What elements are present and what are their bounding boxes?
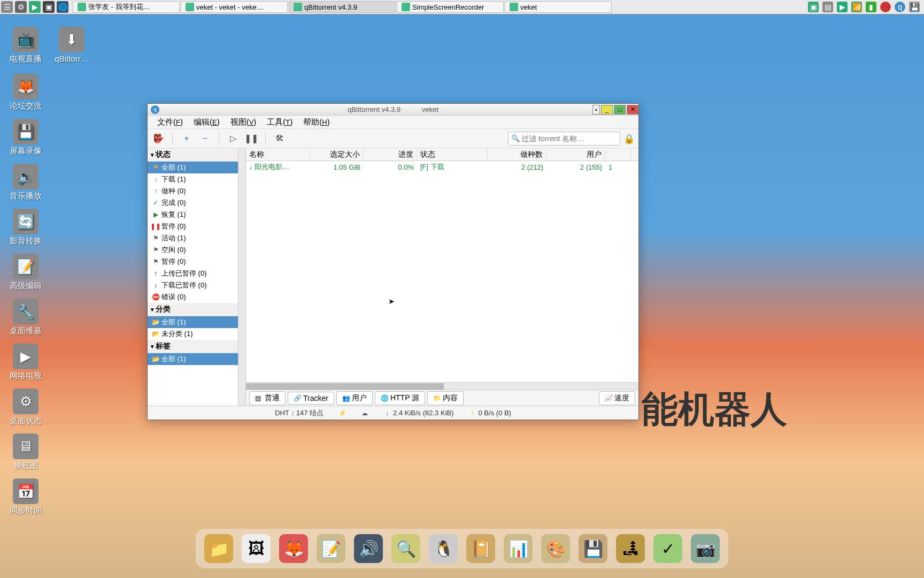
dock-notes-icon[interactable]: 📝 bbox=[317, 534, 345, 563]
network-icon[interactable]: 📶 bbox=[851, 2, 862, 12]
qb-tray-icon[interactable]: q bbox=[895, 2, 905, 12]
menu-icon[interactable]: ☰ bbox=[1, 1, 13, 13]
column-header[interactable]: 状态 bbox=[417, 148, 488, 161]
up-speed: 0 B/s (0 B) bbox=[479, 409, 511, 417]
column-header[interactable]: 选定大小 bbox=[310, 148, 364, 161]
desktop-switcher-icon[interactable]: ▣ bbox=[808, 2, 819, 12]
dock-volume-icon[interactable]: 🔊 bbox=[354, 534, 383, 563]
sidebar-item[interactable]: ⚑暂停 (0) bbox=[148, 256, 238, 268]
dock-camera-icon[interactable]: 📷 bbox=[691, 534, 720, 563]
sidebar-header[interactable]: 状态 bbox=[148, 148, 238, 162]
taskbar-task[interactable]: veket - veket - veke… bbox=[181, 1, 288, 13]
dock-sheets-icon[interactable]: 📊 bbox=[504, 534, 533, 563]
menu-工具(T)[interactable]: 工具(T) bbox=[261, 117, 298, 127]
dock-tux-icon[interactable]: 🐧 bbox=[429, 534, 458, 563]
terminal-icon[interactable]: ▣ bbox=[43, 1, 55, 13]
window-title: qBittorrent v4.3.9 bbox=[348, 105, 401, 113]
tab-speed[interactable]: 📈速度 bbox=[599, 391, 635, 405]
filter-input[interactable] bbox=[508, 132, 620, 146]
desktop-icon-电视直播[interactable]: 📺电视直播 bbox=[5, 27, 46, 64]
desktop-icon-高级编辑[interactable]: 📝高级编辑 bbox=[5, 254, 46, 291]
column-header[interactable]: 进度 bbox=[364, 148, 417, 161]
sidebar-item[interactable]: ⚑全部 (1) bbox=[148, 162, 238, 173]
media-icon[interactable]: ▶ bbox=[837, 2, 848, 12]
remove-torrent-button[interactable]: − bbox=[198, 132, 211, 145]
desktop-icon-影音转换[interactable]: 🔄影音转换 bbox=[5, 209, 46, 246]
sidebar-item[interactable]: ↑做种 (0) bbox=[148, 185, 238, 197]
start-button[interactable]: ▷ bbox=[227, 132, 240, 145]
taskbar-task[interactable]: 张学友 - 我等到花… bbox=[73, 1, 180, 13]
dock-files-icon[interactable]: 📁 bbox=[204, 534, 233, 563]
dock-usb-icon[interactable]: 💾 bbox=[579, 534, 607, 563]
sidebar-item[interactable]: ↓下载已暂停 (0) bbox=[148, 279, 238, 291]
column-header[interactable]: 用户 bbox=[546, 148, 605, 161]
torrent-row[interactable]: ↓ 阳光电影…1.05 GiB0.0%[F] 下载2 (212)2 (155)1 bbox=[246, 161, 638, 173]
sidebar-item[interactable]: 📂全部 (1) bbox=[148, 316, 238, 328]
dock-zoom-icon[interactable]: 🔍 bbox=[391, 534, 420, 563]
desktop-icon-网络电视[interactable]: ▶网络电视 bbox=[5, 344, 46, 381]
tab-内容[interactable]: 📁内容 bbox=[427, 391, 464, 405]
column-header[interactable]: 做种数 bbox=[488, 148, 546, 161]
menu-编辑(E)[interactable]: 编辑(E) bbox=[188, 117, 225, 127]
ontop-button[interactable]: • bbox=[592, 105, 600, 115]
tab-用户[interactable]: 👥用户 bbox=[336, 391, 373, 405]
storage-icon[interactable]: 💾 bbox=[909, 2, 920, 12]
desktop-icon-桌面状态[interactable]: ⚙桌面状态 bbox=[5, 389, 46, 426]
desktop-icon-换底图[interactable]: 🖥换底图 bbox=[5, 434, 46, 471]
desktop-icon-同步时间[interactable]: 📅同步时间 bbox=[5, 478, 46, 516]
taskbar-task[interactable]: veket bbox=[505, 1, 612, 13]
sidebar-item[interactable]: 📂未分类 (1) bbox=[148, 328, 238, 340]
pause-button[interactable]: ❚❚ bbox=[245, 132, 258, 145]
dock-paint-icon[interactable]: 🎨 bbox=[541, 534, 570, 563]
menu-帮助(H)[interactable]: 帮助(H) bbox=[298, 117, 335, 127]
sidebar-item[interactable]: ❚❚暂停 (0) bbox=[148, 220, 238, 232]
mask-icon[interactable]: 👺 bbox=[152, 132, 165, 145]
dock-check-icon[interactable]: ✓ bbox=[653, 534, 682, 563]
taskbar-task[interactable]: SimpleScreenRecorder bbox=[397, 1, 504, 13]
workspace-icon[interactable]: ▤ bbox=[822, 2, 833, 12]
desktop-icon-音乐播放[interactable]: 🔈音乐播放 bbox=[5, 164, 46, 201]
sidebar-item[interactable]: ✓完成 (0) bbox=[148, 197, 238, 209]
maximize-button[interactable]: □ bbox=[614, 105, 626, 115]
play-icon[interactable]: ▶ bbox=[29, 1, 41, 13]
titlebar[interactable]: q qBittorrent v4.3.9 veket • _ □ ✕ bbox=[148, 104, 638, 116]
horizontal-scrollbar[interactable] bbox=[246, 382, 638, 390]
sidebar-item[interactable]: ↓下载 (1) bbox=[148, 173, 238, 185]
sidebar-item[interactable]: ↑上传已暂停 (0) bbox=[148, 268, 238, 279]
dock-fox-icon[interactable]: 🦊 bbox=[279, 534, 308, 563]
desktop-icon-屏幕录像[interactable]: 💾屏幕录像 bbox=[5, 119, 46, 156]
globe-icon[interactable]: 🌐 bbox=[57, 1, 68, 13]
lock-icon[interactable]: 🔒 bbox=[623, 133, 634, 144]
tab-Tracker[interactable]: 🔗Tracker bbox=[288, 392, 334, 405]
close-button[interactable]: ✕ bbox=[627, 105, 638, 115]
torrent-list[interactable]: ↓ 阳光电影…1.05 GiB0.0%[F] 下载2 (212)2 (155)1 bbox=[246, 161, 638, 382]
column-header[interactable]: 名称 bbox=[246, 148, 310, 161]
record-icon[interactable] bbox=[880, 2, 891, 12]
sidebar-item[interactable]: ▶恢复 (1) bbox=[148, 209, 238, 220]
menu-视图(V)[interactable]: 视图(V) bbox=[225, 117, 262, 127]
sidebar-item[interactable]: ⚑空闲 (0) bbox=[148, 244, 238, 256]
tab-普通[interactable]: ▤普通 bbox=[249, 391, 286, 405]
desktop-icon-qBittorr…[interactable]: ⬇qBittorr… bbox=[51, 27, 92, 63]
column-header[interactable] bbox=[605, 148, 631, 161]
taskbar-task[interactable]: qBittorrent v4.3.9 bbox=[289, 1, 396, 13]
minimize-button[interactable]: _ bbox=[601, 105, 613, 115]
detail-tabs: ▤普通🔗Tracker👥用户🌐HTTP 源📁内容📈速度 bbox=[246, 390, 638, 406]
sidebar-item[interactable]: ⛔错误 (0) bbox=[148, 291, 238, 303]
sidebar-scrollbar[interactable] bbox=[238, 148, 246, 406]
dock-image-icon[interactable]: 🏞 bbox=[616, 534, 645, 563]
add-torrent-button[interactable]: + bbox=[180, 132, 193, 145]
options-button[interactable]: 🛠 bbox=[273, 132, 286, 145]
dock-art-icon[interactable]: 🖼 bbox=[242, 534, 271, 563]
tab-HTTP 源[interactable]: 🌐HTTP 源 bbox=[375, 391, 425, 405]
sidebar-item[interactable]: 📂全部 (1) bbox=[148, 353, 238, 365]
desktop-icon-论坛交流[interactable]: 🦊论坛交流 bbox=[5, 74, 46, 111]
battery-icon[interactable]: ▮ bbox=[866, 2, 876, 12]
settings-icon[interactable]: ⚙ bbox=[15, 1, 27, 13]
sidebar-header[interactable]: 标签 bbox=[148, 340, 238, 353]
dock-book-icon[interactable]: 📔 bbox=[466, 534, 495, 563]
sidebar-header[interactable]: 分类 bbox=[148, 303, 238, 316]
menu-文件(F)[interactable]: 文件(F) bbox=[152, 117, 188, 127]
desktop-icon-桌面维基[interactable]: 🔧桌面维基 bbox=[5, 299, 46, 336]
sidebar-item[interactable]: ⚑活动 (1) bbox=[148, 232, 238, 244]
